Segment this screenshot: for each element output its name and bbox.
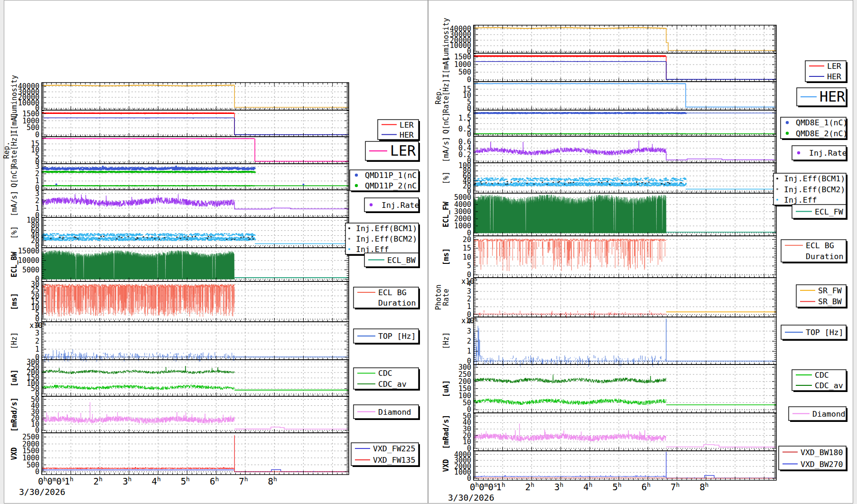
dia-post-line bbox=[666, 445, 776, 447]
xaxis-hour-label: 1h bbox=[65, 476, 74, 486]
legend-label: QMD8E_1(nC) bbox=[796, 118, 848, 127]
cdc-frame bbox=[474, 364, 776, 413]
eff-c2-dots bbox=[474, 178, 686, 181]
legend-label: Inj.Eff bbox=[356, 245, 389, 254]
lum-axis-title: Luminosity bbox=[10, 75, 19, 118]
cdc-axis-title: [uA] bbox=[10, 369, 19, 386]
legend-label: VXD_BW270 bbox=[801, 460, 843, 469]
legend-label: Inj.Eff(BCM1) bbox=[784, 174, 845, 183]
right-row-photon: 43210PhotonRatex105 bbox=[434, 276, 776, 319]
legend-label: Inj.Rate bbox=[809, 149, 847, 158]
eff-axis-title: [%] bbox=[10, 226, 19, 239]
legend-dot-marker bbox=[348, 248, 350, 250]
dia-frame bbox=[42, 396, 349, 433]
imA-frame bbox=[474, 53, 776, 82]
legend-dot-marker bbox=[355, 174, 358, 177]
left-panel: 400003000020000100000Luminosity150010005… bbox=[2, 75, 421, 497]
rep-axis-title: Rate[Hz] bbox=[442, 79, 450, 113]
xaxis-hour-label: 3h bbox=[122, 476, 131, 486]
top-ytick-label: 1 bbox=[35, 345, 39, 354]
left-row-cdc: 300250200150100500[uA] bbox=[10, 358, 349, 399]
imA-ytick-label: 0 bbox=[467, 75, 471, 84]
left-legend-inj-eff-bcm1-: Inj.Eff(BCM1)Inj.Eff(BCM2)Inj.Eff bbox=[345, 223, 420, 256]
xaxis-hour-label: 5h bbox=[181, 476, 190, 486]
xaxis-hour-label: 6h bbox=[642, 481, 651, 492]
right-legend-ecl-fw: ECL_FW bbox=[792, 205, 848, 220]
eff-axis-title: [%] bbox=[442, 171, 450, 184]
imA-axis-title: I[mA] bbox=[442, 56, 450, 78]
q-axis-title: Q[nC] bbox=[442, 112, 450, 134]
inj-axis-title: [mA/s] bbox=[442, 137, 450, 162]
legend-label: QMD11P_1(nC) bbox=[365, 171, 421, 180]
eff-c1-dots bbox=[42, 237, 255, 240]
vxd-bpost-line bbox=[234, 470, 349, 472]
legend-label: LER bbox=[400, 121, 414, 130]
left-legend-ler: LER bbox=[365, 141, 420, 162]
vxd-axis-title: VXD bbox=[10, 447, 19, 460]
left-row-imA: 150010005000I[mA] bbox=[10, 110, 349, 140]
xaxis-hour-label: 7h bbox=[239, 476, 248, 486]
left-legend-qmd11p-1-nc-: QMD11P_1(nC)QMD11P_2(nC) bbox=[350, 170, 421, 192]
legend-label: Diamond bbox=[378, 408, 411, 417]
legend-label: QMD8E_2(nC) bbox=[796, 129, 848, 138]
legend-label: SR_FW bbox=[818, 286, 842, 295]
right-legend-inj-rate: Inj.Rate bbox=[792, 146, 848, 161]
inj-axis-title: [mA/s] bbox=[10, 191, 19, 216]
right-row-q: 21.510.50Q[nC] bbox=[442, 109, 776, 139]
legend-dot-marker bbox=[348, 227, 350, 229]
dia-post-line bbox=[234, 427, 349, 429]
legend-label: HER bbox=[400, 131, 414, 140]
eclbw-axis-title: ECL_BW bbox=[10, 251, 19, 277]
legend-dot-marker bbox=[776, 188, 778, 190]
xaxis-origin-label: 0h0m0s bbox=[38, 476, 65, 486]
right-row-imA: 150010005000I[mA] bbox=[442, 53, 776, 84]
left-row-vxd: 25002000150010005000VXD bbox=[10, 433, 349, 476]
legend-label: Diamond bbox=[812, 410, 846, 419]
legend-label: Duration bbox=[806, 252, 843, 261]
eclbw-fill-fill bbox=[42, 250, 234, 279]
right-legend-her: HER bbox=[797, 88, 848, 107]
legend-label: Inj.Eff(BCM1) bbox=[356, 224, 417, 233]
top-ytick-label: 3 bbox=[35, 329, 39, 337]
legend-dot-marker bbox=[348, 238, 350, 240]
left-legend-vxd-fw225: VXD_FW225VXD_FW135 bbox=[351, 443, 420, 467]
xaxis-hour-label: 5h bbox=[612, 481, 621, 492]
ms-ytick-label: 20 bbox=[463, 235, 471, 244]
q-qmd1-dots bbox=[42, 168, 255, 170]
legend-label: LER bbox=[390, 142, 416, 159]
left-row-inj: 3210[mA/s] bbox=[10, 189, 349, 220]
eclbw-ytick-label: 10000 bbox=[18, 256, 39, 265]
xaxis-hour-label: 1h bbox=[496, 481, 505, 492]
right-row-dia: 50403020100[mRad/s] bbox=[442, 412, 776, 453]
left-row-rep: 151050Rep.Rate[Hz] bbox=[2, 133, 349, 167]
ms-ytick-label: 10 bbox=[463, 253, 471, 261]
ms-deep-spikes bbox=[474, 240, 665, 271]
top-ytick-label: 1 bbox=[467, 347, 471, 355]
q-axis-title: Q[nC] bbox=[10, 166, 19, 187]
date-label: 3/30/2026 bbox=[448, 493, 494, 503]
photon-frame bbox=[474, 278, 776, 317]
imA-axis-title: I[mA] bbox=[10, 112, 19, 134]
left-xaxis-labels: 0h0m0s1h2h3h4h5h6h7h8h bbox=[38, 476, 277, 486]
right-legend-sr-fw: SR_FWSR_BW bbox=[796, 285, 848, 308]
left-row-q: 3210Q[nC] bbox=[10, 162, 349, 192]
legend-label: CDC bbox=[815, 371, 829, 380]
imA-ytick-label: 0 bbox=[35, 131, 39, 139]
legend-label: LER bbox=[827, 62, 841, 71]
left-legend-cdc: CDCCDC_av bbox=[354, 368, 420, 391]
xaxis-hour-label: 8h bbox=[699, 481, 708, 492]
xaxis-origin-label: 0h0m0s bbox=[470, 481, 497, 492]
legend-label: Inj.Eff(BCM2) bbox=[356, 234, 417, 243]
right-xaxis-labels: 0h0m0s1h2h3h4h5h6h7h8h bbox=[470, 481, 708, 492]
legend-dot-marker bbox=[370, 203, 373, 206]
legend-dot-marker bbox=[797, 151, 800, 154]
vxd-frame bbox=[474, 451, 776, 480]
right-row-lum: 400003000020000100000Luminosity bbox=[442, 18, 776, 60]
xaxis-hour-label: 6h bbox=[210, 476, 219, 486]
top-axis-title: [Hz] bbox=[10, 332, 19, 349]
q-qlow-trace bbox=[42, 186, 255, 186]
lum-frame bbox=[474, 25, 776, 53]
rep-frame bbox=[474, 82, 776, 110]
left-legend-inj-rate: Inj.Rate bbox=[364, 198, 420, 213]
legend-label: ECL BG bbox=[378, 288, 407, 297]
